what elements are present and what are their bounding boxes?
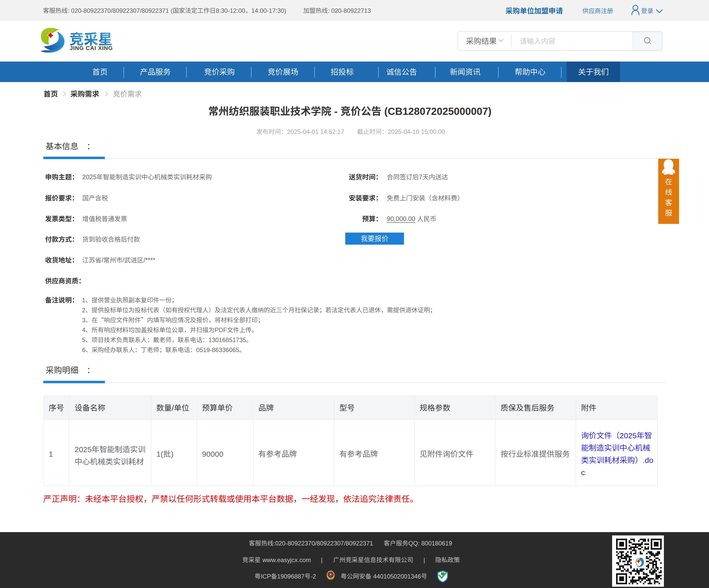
svg-text:3: 3 [82, 317, 85, 324]
svg-text:www.easyjcx.com: www.easyjcx.com [262, 557, 311, 563]
svg-text:/: / [123, 256, 124, 264]
svg-text:QQ:: QQ: [408, 540, 420, 547]
svg-text:c: c [581, 468, 585, 477]
svg-text:020-80922713: 020-80922713 [331, 7, 371, 14]
svg-text:800180619: 800180619 [421, 540, 452, 547]
svg-text:JING: JING [70, 45, 84, 51]
svg-text::: : [328, 7, 330, 14]
svg-text:4: 4 [82, 327, 85, 333]
svg-text:): ) [171, 450, 174, 458]
svg-text::: : [68, 7, 70, 14]
svg-text:ICP: ICP [261, 573, 271, 580]
svg-text:8:30-12:00: 8:30-12:00 [216, 7, 245, 14]
svg-text:(CB128072025000007): (CB128072025000007) [384, 106, 491, 117]
svg-text:(: ( [171, 7, 173, 14]
svg-text:1: 1 [49, 450, 53, 458]
svg-text:2025: 2025 [82, 173, 97, 181]
svg-text:2025: 2025 [620, 431, 637, 440]
svg-text:6: 6 [82, 347, 85, 353]
svg-text:13016851735: 13016851735 [208, 336, 246, 343]
svg-text:1(: 1( [156, 450, 163, 458]
svg-text:/****: /**** [143, 256, 155, 264]
svg-text:7: 7 [419, 173, 422, 181]
svg-text:|: | [423, 557, 425, 563]
svg-text:14:00-17:30): 14:00-17:30) [252, 7, 286, 14]
svg-text:XING: XING [98, 45, 113, 51]
svg-text:44010502001346: 44010502001346 [373, 573, 421, 580]
svg-text:15:00:00: 15:00:00 [421, 128, 445, 135]
svg-text::020-80922370/80922307/8092237: :020-80922370/80922307/80922371 [273, 540, 373, 547]
svg-text:2025-04-10: 2025-04-10 [388, 128, 419, 135]
svg-text:/: / [102, 256, 103, 264]
svg-text:90000: 90000 [202, 450, 223, 458]
svg-text:-: - [334, 106, 338, 117]
svg-text:/: / [172, 404, 174, 412]
svg-text:14:52:17: 14:52:17 [320, 128, 344, 135]
svg-text:1: 1 [82, 297, 85, 304]
svg-text:90,000.00: 90,000.00 [387, 215, 415, 222]
svg-text:0519-86336065: 0519-86336065 [196, 347, 239, 353]
svg-text:2025-04-01: 2025-04-01 [287, 128, 319, 135]
svg-text:.do: .do [642, 456, 653, 464]
svg-text:-2: -2 [311, 573, 316, 580]
svg-text:PDF: PDF [214, 327, 227, 333]
svg-text:|: | [321, 557, 322, 563]
svg-text:CAI: CAI [86, 45, 96, 51]
svg-text:5: 5 [82, 336, 85, 343]
svg-text:020-80922370/80922307/80922371: 020-80922370/80922307/80922371 [71, 7, 169, 14]
svg-text:2: 2 [82, 307, 85, 314]
svg-text:19096887: 19096887 [277, 573, 305, 580]
svg-text:2025: 2025 [75, 445, 92, 454]
